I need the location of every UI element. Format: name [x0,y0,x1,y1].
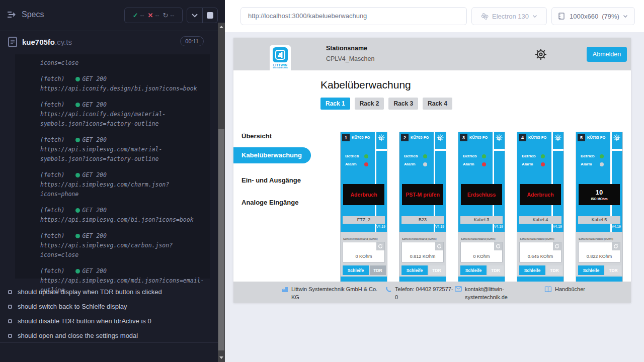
card-settings-icon[interactable] [437,134,444,141]
sidebar-item-kabelueberwachung[interactable]: Kabelüberwachung [233,147,311,163]
tab-rack-1[interactable]: Rack 1 [320,98,350,110]
measurement-value: 0.812 KOhm [402,254,443,259]
card-settings-icon[interactable] [554,134,561,141]
reporter-header: Specs ✓-- ✕-- ↻-- [0,0,218,31]
factory-icon [281,286,288,293]
test-state-icon [8,290,12,294]
card-settings-icon[interactable] [496,134,503,141]
specs-toggle[interactable]: Specs [7,10,44,19]
app-header: Stationsname CPLV4_Maschen Abmelden [233,38,631,70]
url-input[interactable]: http://localhost:3000/kabelueberwachung [240,7,467,25]
status-dot [75,103,80,107]
test-item[interactable]: should update display when TDR button is… [8,285,214,299]
fetch-entry[interactable]: (fetch)GET 200 https://api.simplesvg.com… [15,231,210,260]
cable-name: B23 [401,216,444,224]
card-footer-strip [458,277,505,282]
device-model: KÜ705-FO [352,135,370,140]
alarm-label: Alarm [404,162,420,166]
status-dot [75,269,80,274]
card-settings-icon[interactable] [378,134,385,141]
device-model: KÜ705-FO [528,135,546,140]
browser-select[interactable]: Electron 130 [471,7,547,25]
fetch-entry[interactable]: (fetch)GET 200 https://api.iconify.desig… [15,100,210,129]
browser-bar: http://localhost:3000/kabelueberwachung … [225,0,644,32]
refresh-button[interactable] [553,242,561,250]
request-url: https://api.simplesvg.com/bi.json?icons=… [15,215,210,225]
request-status: GET 200 [82,231,106,241]
schleife-button[interactable]: Schleife [460,265,487,275]
refresh-icon [496,244,501,249]
reporter-scrollbar[interactable] [218,23,225,362]
book-icon [544,286,552,293]
schleife-button[interactable]: Schleife [578,265,604,275]
schleife-button[interactable]: Schleife [343,265,369,275]
schleife-button[interactable]: Schleife [401,265,428,275]
scrollbar-thumb[interactable] [218,129,224,350]
sidebar-item-analoge-eingaenge[interactable]: Analoge Eingänge [242,199,298,206]
pending-count: -- [170,12,174,19]
device-model: KÜ705-FO [469,135,488,140]
firmware-version: V4.19 [435,225,444,228]
refresh-button[interactable] [612,242,620,250]
card-settings-icon[interactable] [613,134,620,141]
slot-number: 2 [401,134,409,141]
fetch-entry[interactable]: (fetch)GET 200 https://api.simplesvg.com… [15,135,210,164]
card-footer-strip [399,277,446,282]
refresh-button[interactable] [494,242,502,250]
test-item[interactable]: should switch back to Schleife display [8,299,214,314]
viewport-select[interactable]: 1000x660 (79%) [551,7,635,25]
footer-phone: Telefon: 04402 972577-0 [385,286,455,302]
tdr-button[interactable]: TDR [546,265,562,275]
logo-text: LITTWIN [270,63,291,67]
cable-name: FTZ_2 [343,216,385,224]
tdr-button[interactable]: TDR [605,265,621,275]
tab-rack-2[interactable]: Rack 2 [355,98,384,110]
footer-manuals[interactable]: Handbücher [544,286,585,294]
collapse-button[interactable] [187,8,202,23]
schleife-button[interactable]: Schleife [519,265,545,275]
fetch-entry[interactable]: (fetch)GET 200 https://api.iconify.desig… [15,74,210,94]
log-line[interactable]: icons=close [15,58,210,68]
station-name: CPLV4_Maschen [326,55,374,62]
test-item[interactable]: should open and close the settings modal [8,328,214,343]
chevron-down-icon [191,13,198,18]
app-iframe: Stationsname CPLV4_Maschen Abmelden [233,38,631,303]
slot-number: 1 [342,134,350,141]
stop-button[interactable] [202,8,218,23]
alarm-led [482,162,486,166]
status-display: Erdschluss [461,184,502,205]
tdr-button[interactable]: TDR [488,265,504,275]
alarm-led [600,162,604,166]
measurement-panel: Schleifenwiderstand [kOhm] 0.812 KOhm [399,237,446,265]
refresh-icon [554,244,559,249]
refresh-button[interactable] [435,242,443,250]
tab-rack-3[interactable]: Rack 3 [388,98,418,110]
refresh-button[interactable] [376,242,384,250]
measurement-value: 0.822 KOhm [579,254,620,259]
tab-rack-4[interactable]: Rack 4 [423,98,452,110]
iso-value: 10 [596,189,603,196]
chevron-down-icon [623,15,628,18]
fetch-entry[interactable]: (fetch)GET 200 https://api.simplesvg.com… [15,206,210,225]
test-state-icon [8,334,12,338]
fetch-entry[interactable]: (fetch)GET 200 https://api.simplesvg.com… [15,170,210,199]
status-dot [75,208,80,213]
logout-button[interactable]: Abmelden [587,47,627,62]
tdr-button[interactable]: TDR [429,265,445,275]
sidebar-item-ein-und-ausgaenge[interactable]: Ein- und Ausgänge [242,176,301,184]
tdr-button[interactable]: TDR [370,265,386,275]
betrieb-label: Betrieb [463,154,479,158]
alarm-label: Alarm [581,162,597,166]
measurement-label: Schleifenwiderstand [kOhm] [402,237,436,240]
request-url: https://api.iconify.design/material- [15,110,210,119]
scroll-down-icon[interactable] [219,356,223,359]
app-preview-area: http://localhost:3000/kabelueberwachung … [225,0,644,362]
footer-email: kontakt@littwin-systemtechnik.de [455,286,531,302]
request-url: https://api.simplesvg.com/carbon.json? [15,241,210,250]
spec-row[interactable]: kue705fo.cy.ts 00:11 [0,31,218,53]
sidebar-item-uebersicht[interactable]: Übersicht [242,132,272,140]
scroll-up-icon[interactable] [219,26,223,28]
settings-gear-icon[interactable] [534,48,547,61]
test-item[interactable]: should disable TDR button when tdrActive… [8,314,214,328]
iso-unit: ISO MOhm [591,197,607,201]
